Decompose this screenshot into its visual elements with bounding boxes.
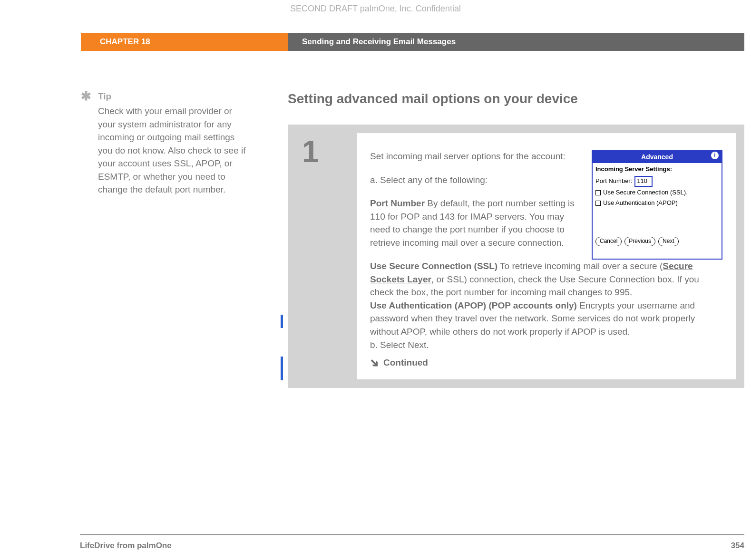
section-title: Setting advanced mail options on your de… — [288, 91, 744, 106]
pda-ssl-row: Use Secure Connection (SSL). — [595, 188, 719, 197]
pda-button-row: Cancel Previous Next — [593, 237, 722, 249]
continued-label: Continued — [383, 356, 428, 369]
pda-titlebar: Advanced i — [593, 151, 722, 163]
step-number: 1 — [288, 125, 357, 388]
ssl-checkbox[interactable] — [595, 190, 601, 195]
continued-indicator: ➔ Continued — [370, 356, 428, 369]
tip-content: Tip Check with your email provider or yo… — [98, 91, 250, 196]
pda-port-row: Port Number: 110 — [595, 176, 719, 187]
apop-paragraph: Use Authentication (APOP) (POP accounts … — [370, 299, 722, 338]
tip-text: Check with your email provider or your s… — [98, 105, 250, 196]
device-screenshot: Advanced i Incoming Server Settings: Por… — [592, 150, 722, 260]
pda-title-text: Advanced — [641, 153, 673, 161]
arrow-down-right-icon: ➔ — [371, 359, 378, 366]
pda-port-label: Port Number: — [595, 177, 632, 186]
previous-button[interactable]: Previous — [624, 237, 655, 246]
pda-body: Incoming Server Settings: Port Number: 1… — [593, 163, 722, 237]
pda-apop-row: Use Authentication (APOP) — [595, 199, 719, 208]
main-content: Setting advanced mail options on your de… — [288, 91, 751, 388]
asterisk-icon: ✱ — [81, 91, 91, 196]
cancel-button[interactable]: Cancel — [595, 237, 622, 246]
step-sub-b: b. Select Next. — [370, 338, 722, 352]
change-bar-icon — [281, 315, 283, 328]
change-bar-icon — [281, 357, 283, 380]
port-term: Port Number — [370, 198, 425, 208]
ssl-term: Use Secure Connection (SSL) — [370, 261, 497, 271]
confidential-header: SECOND DRAFT palmOne, Inc. Confidential — [0, 0, 751, 33]
pda-apop-label: Use Authentication (APOP) — [603, 199, 678, 208]
ssl-paragraph: Use Secure Connection (SSL) To retrieve … — [370, 260, 722, 299]
step-content: Set incoming mail server options for the… — [357, 133, 736, 379]
chapter-title: Sending and Receiving Email Messages — [288, 33, 744, 51]
footer-product: LifeDrive from palmOne — [80, 541, 172, 550]
step-intro: Set incoming mail server options for the… — [370, 150, 577, 163]
header-spacer — [0, 33, 81, 51]
step-top-row: Set incoming mail server options for the… — [370, 150, 722, 260]
pda-port-input[interactable]: 110 — [634, 176, 653, 187]
chapter-header-bar: CHAPTER 18 Sending and Receiving Email M… — [0, 33, 744, 51]
tip-block: ✱ Tip Check with your email provider or … — [81, 91, 250, 196]
port-number-paragraph: Port Number By default, the port number … — [370, 197, 577, 249]
sidebar: ✱ Tip Check with your email provider or … — [0, 91, 288, 388]
apop-term: Use Authentication (APOP) (POP accounts … — [370, 300, 577, 310]
step-text-column: Set incoming mail server options for the… — [370, 150, 577, 260]
footer-page-number: 354 — [731, 541, 744, 550]
info-icon[interactable]: i — [711, 152, 719, 159]
ssl-pre: To retrieve incoming mail over a secure … — [497, 261, 663, 271]
next-button[interactable]: Next — [658, 237, 679, 246]
step-box: 1 Set incoming mail server options for t… — [288, 125, 744, 388]
page-body: ✱ Tip Check with your email provider or … — [0, 51, 751, 388]
chapter-label: CHAPTER 18 — [81, 33, 288, 51]
pda-ssl-label: Use Secure Connection (SSL). — [603, 188, 688, 197]
page-footer: LifeDrive from palmOne 354 — [80, 534, 744, 550]
pda-section-label: Incoming Server Settings: — [595, 165, 719, 174]
apop-checkbox[interactable] — [595, 201, 601, 206]
step-sub-a: a. Select any of the following: — [370, 174, 577, 187]
tip-label: Tip — [98, 91, 250, 102]
